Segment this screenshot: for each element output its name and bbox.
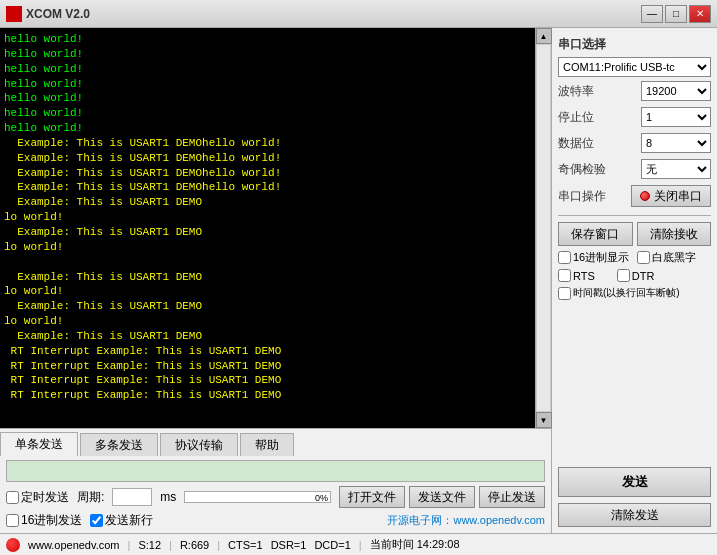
terminal-scrollbar[interactable]: ▲ ▼ [535,28,551,428]
port-select-label: 串口选择 [558,36,711,53]
rts-checkbox[interactable] [558,269,571,282]
scroll-up-button[interactable]: ▲ [536,28,552,44]
hex-send-text: 16进制发送 [21,512,82,529]
tab-multi-send[interactable]: 多条发送 [80,433,158,457]
white-black-checkbox[interactable] [637,251,650,264]
maximize-button[interactable]: □ [665,5,687,23]
close-button[interactable]: ✕ [689,5,711,23]
terminal-line: RT Interrupt Example: This is USART1 DEM… [4,373,531,388]
progress-label: 0% [315,492,328,504]
terminal-line: Example: This is USART1 DEMO [4,225,531,240]
scroll-track[interactable] [536,44,551,412]
terminal-line: Example: This is USART1 DEMOhello world! [4,166,531,181]
tab-help[interactable]: 帮助 [240,433,294,457]
hex-display-row: 16进制显示 白底黑字 [558,250,711,265]
baud-row: 波特率 19200 [558,81,711,101]
rts-dtr-row: RTS DTR [558,269,711,282]
databit-row: 数据位 8 [558,133,711,153]
terminal-line: Example: This is USART1 DEMOhello world! [4,151,531,166]
terminal-line: hello world! [4,91,531,106]
left-panel: hello world!hello world!hello world!hell… [0,28,552,533]
rts-label[interactable]: RTS [558,269,595,282]
dtr-checkbox[interactable] [617,269,630,282]
dtr-label[interactable]: DTR [617,269,655,282]
right-panel: 串口选择 COM11:Prolific USB-tc 波特率 19200 停止位… [552,28,717,533]
bottom-controls: 定时发送 周期: 1000 ms 0% 打开文件 发送文件 停止发送 [6,486,545,508]
status-dsr: DSR=1 [271,539,307,551]
timestamp-text: 时间戳(以换行回车断帧) [573,286,680,300]
parity-row: 奇偶检验 无 [558,159,711,179]
baud-label: 波特率 [558,83,594,100]
tab-protocol[interactable]: 协议传输 [160,433,238,457]
send-newline-checkbox[interactable] [90,514,103,527]
terminal-line: Example: This is USART1 DEMOhello world! [4,180,531,195]
status-sep-3: | [217,539,220,551]
terminal-line: hello world! [4,62,531,77]
status-sep-1: | [128,539,131,551]
main-content: hello world!hello world!hello world!hell… [0,28,717,533]
terminal-line: lo world! [4,284,531,299]
hex-send-label[interactable]: 16进制发送 [6,512,82,529]
hex-display-checkbox[interactable] [558,251,571,264]
file-buttons: 打开文件 发送文件 停止发送 [339,486,545,508]
save-window-button[interactable]: 保存窗口 [558,222,633,246]
scroll-down-button[interactable]: ▼ [536,412,552,428]
hex-display-label[interactable]: 16进制显示 [558,250,629,265]
terminal-line: hello world! [4,47,531,62]
status-website: www.openedv.com [28,539,120,551]
tab-single-send[interactable]: 单条发送 [0,432,78,457]
timed-send-checkbox[interactable] [6,491,19,504]
terminal-screen[interactable]: hello world!hello world!hello world!hell… [0,28,535,428]
send-input[interactable] [6,460,545,482]
send-newline-text: 发送新行 [105,512,153,529]
timestamp-checkbox[interactable] [558,287,571,300]
port-select[interactable]: COM11:Prolific USB-tc [558,57,711,77]
timestamp-label[interactable]: 时间戳(以换行回车断帧) [558,286,680,300]
terminal-row: hello world!hello world!hello world!hell… [0,28,551,428]
send-input-row [6,460,545,482]
port-op-row: 串口操作 关闭串口 [558,185,711,207]
white-black-label[interactable]: 白底黑字 [637,250,696,265]
open-file-button[interactable]: 打开文件 [339,486,405,508]
baud-select[interactable]: 19200 [641,81,711,101]
status-dcd: DCD=1 [314,539,350,551]
terminal-line: hello world! [4,106,531,121]
terminal-line: lo world! [4,210,531,225]
terminal-line: hello world! [4,77,531,92]
databit-select[interactable]: 8 [641,133,711,153]
parity-select[interactable]: 无 [641,159,711,179]
send-file-button[interactable]: 发送文件 [409,486,475,508]
clear-send-button[interactable]: 清除发送 [558,503,711,527]
period-label: 周期: [77,489,104,506]
save-clear-row: 保存窗口 清除接收 [558,222,711,246]
status-cts: CTS=1 [228,539,263,551]
clear-receive-button[interactable]: 清除接收 [637,222,712,246]
rts-text: RTS [573,270,595,282]
close-port-label: 关闭串口 [654,188,702,205]
terminal-line: lo world! [4,314,531,329]
period-input[interactable]: 1000 [112,488,152,506]
website-link[interactable]: 开源电子网：www.openedv.com [387,513,545,528]
send-button[interactable]: 发送 [558,467,711,497]
send-newline-label[interactable]: 发送新行 [90,512,153,529]
red-indicator [640,191,650,201]
progress-bar: 0% [184,491,331,503]
white-black-text: 白底黑字 [652,250,696,265]
parity-label: 奇偶检验 [558,161,606,178]
databit-label: 数据位 [558,135,594,152]
stopbit-select[interactable]: 1 [641,107,711,127]
terminal-line: Example: This is USART1 DEMO [4,329,531,344]
timed-send-label[interactable]: 定时发送 [6,489,69,506]
stop-send-button[interactable]: 停止发送 [479,486,545,508]
terminal-line: Example: This is USART1 DEMO [4,195,531,210]
status-sep-4: | [359,539,362,551]
terminal-line: RT Interrupt Example: This is USART1 DEM… [4,344,531,359]
hex-send-checkbox[interactable] [6,514,19,527]
terminal-line: Example: This is USART1 DEMOhello world! [4,136,531,151]
title-bar: XCOM V2.0 — □ ✕ [0,0,717,28]
status-icon [6,538,20,552]
tabs-bar: 单条发送 多条发送 协议传输 帮助 [0,428,551,456]
input-area: 定时发送 周期: 1000 ms 0% 打开文件 发送文件 停止发送 [0,456,551,533]
minimize-button[interactable]: — [641,5,663,23]
close-port-button[interactable]: 关闭串口 [631,185,711,207]
